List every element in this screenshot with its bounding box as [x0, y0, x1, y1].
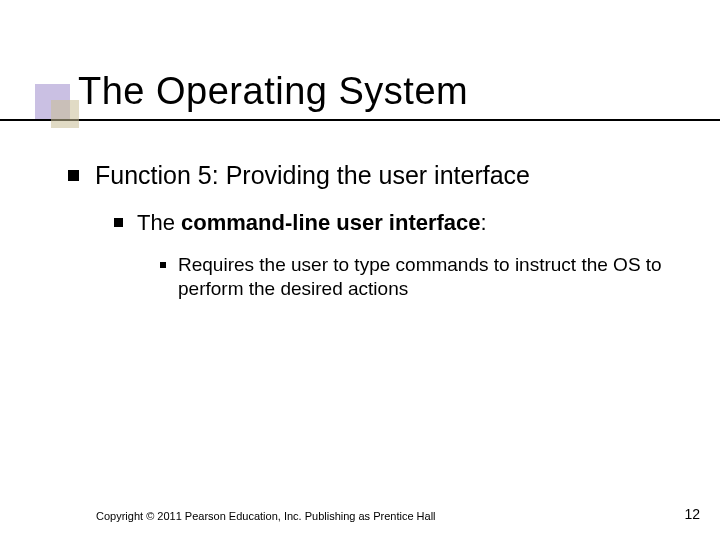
bullet-level-2-text: The command-line user interface: — [137, 209, 487, 237]
slide-title: The Operating System — [0, 70, 720, 113]
square-bullet-icon — [160, 262, 166, 268]
square-bullet-icon — [68, 170, 79, 181]
title-underline — [0, 119, 720, 121]
lvl2-suffix: : — [481, 210, 487, 235]
copyright-text: Copyright © 2011 Pearson Education, Inc.… — [96, 510, 436, 522]
content-body: Function 5: Providing the user interface… — [68, 160, 690, 314]
bullet-level-2: The command-line user interface: — [114, 209, 690, 237]
bullet-level-1-text: Function 5: Providing the user interface — [95, 160, 530, 191]
bullet-level-3-text: Requires the user to type commands to in… — [178, 253, 690, 302]
bullet-level-3: Requires the user to type commands to in… — [160, 253, 690, 302]
page-number: 12 — [684, 506, 700, 522]
bullet-level-1: Function 5: Providing the user interface — [68, 160, 690, 191]
lvl2-prefix: The — [137, 210, 181, 235]
square-bullet-icon — [114, 218, 123, 227]
title-area: The Operating System — [0, 70, 720, 113]
lvl2-bold: command-line user interface — [181, 210, 481, 235]
